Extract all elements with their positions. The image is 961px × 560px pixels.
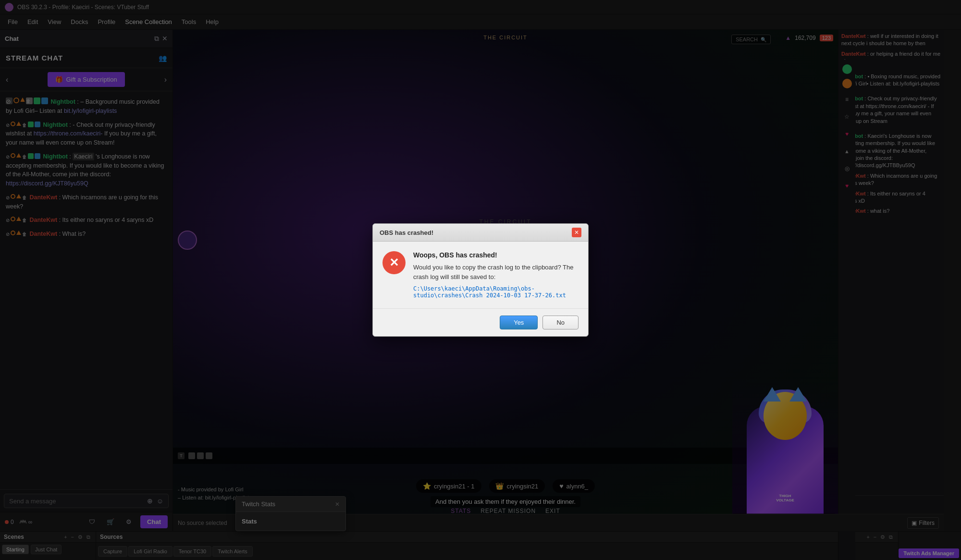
crash-message-sub: Would you like to copy the crash log to … [413,263,579,281]
crash-yes-button[interactable]: Yes [500,316,538,329]
crash-path: C:\Users\kaeci\AppData\Roaming\obs-studi… [413,285,579,299]
crash-dialog: OBS has crashed! ✕ ✕ Woops, OBS has cras… [372,223,589,337]
crash-dialog-header: OBS has crashed! ✕ [373,224,588,242]
crash-dialog-close-btn[interactable]: ✕ [572,228,581,237]
crash-text-col: Woops, OBS has crashed! Would you like t… [413,251,579,299]
crash-no-button[interactable]: No [542,316,579,329]
crash-dialog-title: OBS has crashed! [380,229,433,236]
crash-dialog-overlay: OBS has crashed! ✕ ✕ Woops, OBS has cras… [0,0,961,560]
crash-dialog-buttons: Yes No [373,308,588,336]
crash-error-icon: ✕ [382,251,406,274]
crash-dialog-body: ✕ Woops, OBS has crashed! Would you like… [373,242,588,308]
error-x: ✕ [389,256,399,269]
crash-message-main: Woops, OBS has crashed! [413,251,579,259]
crash-icon-row: ✕ Woops, OBS has crashed! Would you like… [382,251,579,299]
